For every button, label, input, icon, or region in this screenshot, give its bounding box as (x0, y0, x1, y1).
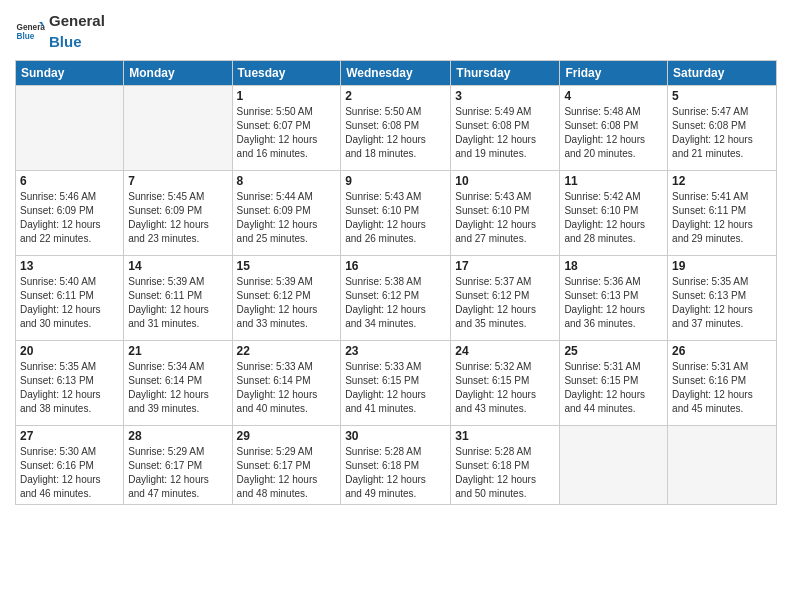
day-number: 6 (20, 174, 119, 188)
day-info: Sunrise: 5:32 AM Sunset: 6:15 PM Dayligh… (455, 360, 555, 416)
calendar-cell: 30Sunrise: 5:28 AM Sunset: 6:18 PM Dayli… (341, 426, 451, 505)
weekday-header-monday: Monday (124, 61, 232, 86)
day-number: 17 (455, 259, 555, 273)
day-number: 28 (128, 429, 227, 443)
day-info: Sunrise: 5:47 AM Sunset: 6:08 PM Dayligh… (672, 105, 772, 161)
weekday-header-friday: Friday (560, 61, 668, 86)
day-info: Sunrise: 5:33 AM Sunset: 6:14 PM Dayligh… (237, 360, 337, 416)
calendar-cell: 27Sunrise: 5:30 AM Sunset: 6:16 PM Dayli… (16, 426, 124, 505)
page: General Blue General Blue SundayMondayTu… (0, 0, 792, 520)
day-info: Sunrise: 5:39 AM Sunset: 6:12 PM Dayligh… (237, 275, 337, 331)
calendar-cell: 9Sunrise: 5:43 AM Sunset: 6:10 PM Daylig… (341, 171, 451, 256)
day-number: 10 (455, 174, 555, 188)
logo-general-label: General (49, 12, 105, 29)
calendar-cell (16, 86, 124, 171)
day-number: 12 (672, 174, 772, 188)
day-info: Sunrise: 5:50 AM Sunset: 6:08 PM Dayligh… (345, 105, 446, 161)
calendar-cell: 3Sunrise: 5:49 AM Sunset: 6:08 PM Daylig… (451, 86, 560, 171)
calendar-cell: 16Sunrise: 5:38 AM Sunset: 6:12 PM Dayli… (341, 256, 451, 341)
calendar-cell (668, 426, 777, 505)
day-number: 20 (20, 344, 119, 358)
logo-general-text: General Blue (49, 10, 105, 52)
header: General Blue General Blue (15, 10, 777, 52)
day-info: Sunrise: 5:28 AM Sunset: 6:18 PM Dayligh… (345, 445, 446, 501)
svg-text:General: General (17, 23, 46, 32)
calendar-cell: 17Sunrise: 5:37 AM Sunset: 6:12 PM Dayli… (451, 256, 560, 341)
calendar-cell: 12Sunrise: 5:41 AM Sunset: 6:11 PM Dayli… (668, 171, 777, 256)
calendar-table: SundayMondayTuesdayWednesdayThursdayFrid… (15, 60, 777, 505)
day-number: 25 (564, 344, 663, 358)
day-info: Sunrise: 5:48 AM Sunset: 6:08 PM Dayligh… (564, 105, 663, 161)
calendar-cell (560, 426, 668, 505)
day-number: 23 (345, 344, 446, 358)
day-number: 4 (564, 89, 663, 103)
day-info: Sunrise: 5:31 AM Sunset: 6:15 PM Dayligh… (564, 360, 663, 416)
day-info: Sunrise: 5:35 AM Sunset: 6:13 PM Dayligh… (20, 360, 119, 416)
calendar-cell: 2Sunrise: 5:50 AM Sunset: 6:08 PM Daylig… (341, 86, 451, 171)
day-info: Sunrise: 5:45 AM Sunset: 6:09 PM Dayligh… (128, 190, 227, 246)
weekday-header-wednesday: Wednesday (341, 61, 451, 86)
calendar-cell: 25Sunrise: 5:31 AM Sunset: 6:15 PM Dayli… (560, 341, 668, 426)
calendar-cell: 23Sunrise: 5:33 AM Sunset: 6:15 PM Dayli… (341, 341, 451, 426)
day-number: 31 (455, 429, 555, 443)
calendar-cell: 26Sunrise: 5:31 AM Sunset: 6:16 PM Dayli… (668, 341, 777, 426)
day-info: Sunrise: 5:29 AM Sunset: 6:17 PM Dayligh… (237, 445, 337, 501)
calendar-cell: 20Sunrise: 5:35 AM Sunset: 6:13 PM Dayli… (16, 341, 124, 426)
svg-text:Blue: Blue (17, 32, 35, 41)
day-info: Sunrise: 5:43 AM Sunset: 6:10 PM Dayligh… (455, 190, 555, 246)
calendar-cell: 24Sunrise: 5:32 AM Sunset: 6:15 PM Dayli… (451, 341, 560, 426)
weekday-header-sunday: Sunday (16, 61, 124, 86)
day-info: Sunrise: 5:31 AM Sunset: 6:16 PM Dayligh… (672, 360, 772, 416)
calendar-cell: 4Sunrise: 5:48 AM Sunset: 6:08 PM Daylig… (560, 86, 668, 171)
calendar-cell: 21Sunrise: 5:34 AM Sunset: 6:14 PM Dayli… (124, 341, 232, 426)
day-number: 13 (20, 259, 119, 273)
day-number: 7 (128, 174, 227, 188)
day-number: 27 (20, 429, 119, 443)
weekday-header-saturday: Saturday (668, 61, 777, 86)
day-number: 24 (455, 344, 555, 358)
day-number: 15 (237, 259, 337, 273)
day-info: Sunrise: 5:36 AM Sunset: 6:13 PM Dayligh… (564, 275, 663, 331)
calendar-cell: 8Sunrise: 5:44 AM Sunset: 6:09 PM Daylig… (232, 171, 341, 256)
weekday-header-thursday: Thursday (451, 61, 560, 86)
day-info: Sunrise: 5:44 AM Sunset: 6:09 PM Dayligh… (237, 190, 337, 246)
day-number: 3 (455, 89, 555, 103)
day-info: Sunrise: 5:39 AM Sunset: 6:11 PM Dayligh… (128, 275, 227, 331)
day-number: 16 (345, 259, 446, 273)
logo: General Blue General Blue (15, 10, 105, 52)
day-info: Sunrise: 5:30 AM Sunset: 6:16 PM Dayligh… (20, 445, 119, 501)
logo-icon: General Blue (15, 16, 45, 46)
calendar-cell: 22Sunrise: 5:33 AM Sunset: 6:14 PM Dayli… (232, 341, 341, 426)
day-info: Sunrise: 5:42 AM Sunset: 6:10 PM Dayligh… (564, 190, 663, 246)
calendar-cell: 10Sunrise: 5:43 AM Sunset: 6:10 PM Dayli… (451, 171, 560, 256)
day-number: 8 (237, 174, 337, 188)
day-number: 2 (345, 89, 446, 103)
calendar-cell: 7Sunrise: 5:45 AM Sunset: 6:09 PM Daylig… (124, 171, 232, 256)
day-number: 22 (237, 344, 337, 358)
calendar-cell: 6Sunrise: 5:46 AM Sunset: 6:09 PM Daylig… (16, 171, 124, 256)
day-info: Sunrise: 5:50 AM Sunset: 6:07 PM Dayligh… (237, 105, 337, 161)
day-number: 18 (564, 259, 663, 273)
day-number: 21 (128, 344, 227, 358)
day-info: Sunrise: 5:37 AM Sunset: 6:12 PM Dayligh… (455, 275, 555, 331)
day-info: Sunrise: 5:41 AM Sunset: 6:11 PM Dayligh… (672, 190, 772, 246)
day-info: Sunrise: 5:28 AM Sunset: 6:18 PM Dayligh… (455, 445, 555, 501)
calendar-cell: 31Sunrise: 5:28 AM Sunset: 6:18 PM Dayli… (451, 426, 560, 505)
calendar-cell: 29Sunrise: 5:29 AM Sunset: 6:17 PM Dayli… (232, 426, 341, 505)
day-number: 19 (672, 259, 772, 273)
day-number: 29 (237, 429, 337, 443)
day-number: 9 (345, 174, 446, 188)
day-number: 30 (345, 429, 446, 443)
weekday-header-tuesday: Tuesday (232, 61, 341, 86)
calendar-cell (124, 86, 232, 171)
day-info: Sunrise: 5:29 AM Sunset: 6:17 PM Dayligh… (128, 445, 227, 501)
logo-blue-label: Blue (49, 33, 82, 50)
day-info: Sunrise: 5:38 AM Sunset: 6:12 PM Dayligh… (345, 275, 446, 331)
calendar-cell: 11Sunrise: 5:42 AM Sunset: 6:10 PM Dayli… (560, 171, 668, 256)
day-info: Sunrise: 5:49 AM Sunset: 6:08 PM Dayligh… (455, 105, 555, 161)
day-number: 5 (672, 89, 772, 103)
calendar-cell: 28Sunrise: 5:29 AM Sunset: 6:17 PM Dayli… (124, 426, 232, 505)
day-info: Sunrise: 5:46 AM Sunset: 6:09 PM Dayligh… (20, 190, 119, 246)
calendar-cell: 13Sunrise: 5:40 AM Sunset: 6:11 PM Dayli… (16, 256, 124, 341)
day-info: Sunrise: 5:33 AM Sunset: 6:15 PM Dayligh… (345, 360, 446, 416)
